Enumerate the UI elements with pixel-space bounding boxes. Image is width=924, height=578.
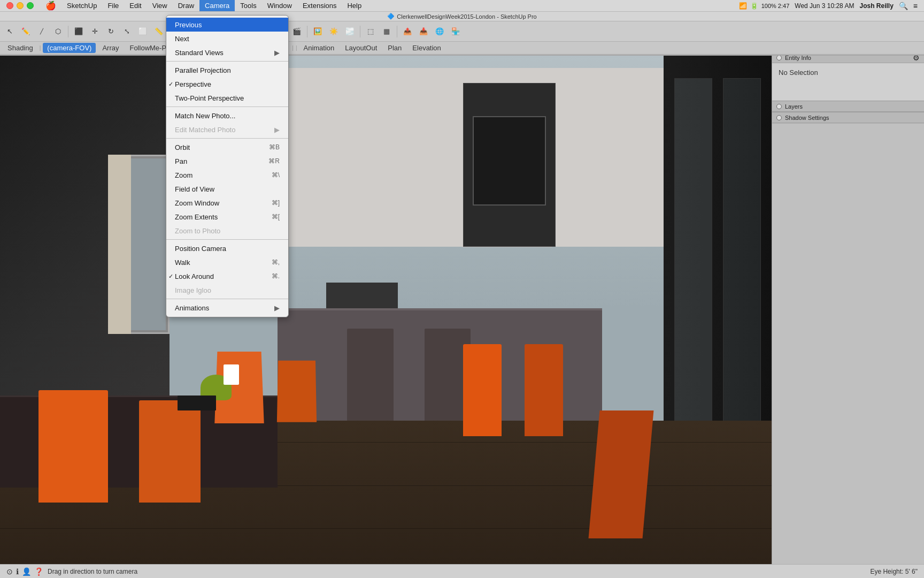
- section-plane-tool[interactable]: ⬚: [363, 24, 378, 39]
- tab-array[interactable]: Array: [98, 43, 123, 53]
- section-display-tool[interactable]: ▦: [379, 24, 394, 39]
- system-icons: 📶 🔋 100% 2:47: [739, 2, 790, 10]
- datetime-display: Wed Jun 3 10:28 AM: [795, 2, 854, 10]
- apple-menu[interactable]: 🍎: [40, 0, 61, 11]
- window-menu[interactable]: Window: [262, 0, 297, 11]
- scenes-tool[interactable]: 🎬: [289, 24, 304, 39]
- menu-item-walk[interactable]: Walk ⌘,: [166, 255, 288, 269]
- zoom-window-label: Zoom Window: [175, 199, 219, 207]
- menu-item-image-igloo[interactable]: Image Igloo: [166, 283, 288, 297]
- 3dw-tool[interactable]: 🌐: [432, 24, 447, 39]
- no-selection-text: No Selection: [779, 69, 918, 77]
- pan-label: Pan: [175, 157, 187, 165]
- scene-tabs: Shading | (camera-FOV) Array FollowMe-PB…: [0, 42, 924, 55]
- status-icon-2: ℹ: [16, 567, 19, 576]
- scale-tool[interactable]: ⤡: [119, 24, 134, 39]
- zoom-extents-shortcut: ⌘[: [272, 213, 280, 220]
- import-tool[interactable]: 📥: [416, 24, 431, 39]
- walk-shortcut: ⌘,: [272, 258, 280, 266]
- menu-item-zoom-window[interactable]: Zoom Window ⌘]: [166, 196, 288, 210]
- close-button[interactable]: [6, 2, 13, 9]
- menu-item-zoom-extents[interactable]: Zoom Extents ⌘[: [166, 210, 288, 224]
- minimize-button[interactable]: [17, 2, 24, 9]
- menu-item-position-camera[interactable]: Position Camera: [166, 241, 288, 255]
- standard-views-arrow: ▶: [274, 49, 280, 57]
- camera-menu[interactable]: Camera: [199, 0, 235, 11]
- menu-item-standard-views[interactable]: Standard Views ▶: [166, 45, 288, 59]
- tab-animation[interactable]: Animation: [299, 43, 339, 53]
- separator-1: [166, 61, 288, 62]
- menu-item-match-new-photo[interactable]: Match New Photo...: [166, 109, 288, 123]
- styles-tool[interactable]: 🖼️: [310, 24, 325, 39]
- shadows-tool[interactable]: ☀️: [326, 24, 341, 39]
- offset-tool[interactable]: ⬜: [135, 24, 150, 39]
- chair-orange-7: [589, 410, 654, 538]
- shadow-settings-title: Shadow Settings: [785, 115, 829, 121]
- menu-extra-icon[interactable]: ≡: [913, 2, 918, 10]
- content-area: Entity Info ⚙ No Selection Layers Shadow: [0, 52, 924, 564]
- eye-height: Eye Height: 5' 6": [870, 568, 918, 575]
- fog-tool[interactable]: 🌫️: [342, 24, 357, 39]
- orbit-label: Orbit: [175, 143, 190, 151]
- orange-chair-4: [277, 360, 317, 422]
- user-display: Josh Reilly: [859, 2, 893, 10]
- tab-elevation[interactable]: Elevation: [408, 43, 445, 53]
- maximize-button[interactable]: [27, 2, 34, 9]
- help-menu[interactable]: Help: [342, 0, 367, 11]
- move-tool[interactable]: ✛: [87, 24, 102, 39]
- menu-item-next[interactable]: Next: [166, 32, 288, 45]
- battery-icon: 🔋: [750, 2, 758, 10]
- draw-menu[interactable]: Draw: [173, 0, 199, 11]
- shadow-settings-indicator: [776, 115, 782, 120]
- viewport[interactable]: [0, 52, 772, 564]
- warehouse-tool[interactable]: 🏪: [448, 24, 463, 39]
- pencil-tool[interactable]: ✏️: [18, 24, 33, 39]
- menu-item-animations[interactable]: Animations ▶: [166, 301, 288, 315]
- tablet: [178, 396, 216, 411]
- extensions-menu[interactable]: Extensions: [297, 0, 342, 11]
- menu-item-previous[interactable]: Previous: [166, 18, 288, 32]
- search-icon[interactable]: 🔍: [899, 2, 908, 10]
- tab-shading[interactable]: Shading: [3, 43, 37, 53]
- orbit-shortcut: ⌘B: [269, 143, 280, 151]
- tab-camera-fov[interactable]: (camera-FOV): [43, 43, 96, 53]
- menu-item-pan[interactable]: Pan ⌘R: [166, 154, 288, 168]
- status-icon-3: 👤: [22, 567, 31, 576]
- menubar-right: 📶 🔋 100% 2:47 Wed Jun 3 10:28 AM Josh Re…: [739, 2, 924, 10]
- menu-item-perspective[interactable]: Perspective: [166, 77, 288, 91]
- match-new-photo-label: Match New Photo...: [175, 112, 235, 120]
- menu-item-zoom[interactable]: Zoom ⌘\: [166, 168, 288, 182]
- zoom-window-shortcut: ⌘]: [272, 199, 280, 207]
- tools-menu[interactable]: Tools: [235, 0, 261, 11]
- menu-item-orbit[interactable]: Orbit ⌘B: [166, 140, 288, 154]
- layers-header: Layers: [772, 101, 924, 112]
- select-tool[interactable]: ↖: [2, 24, 17, 39]
- file-menu[interactable]: File: [102, 0, 124, 11]
- tab-plan[interactable]: Plan: [383, 43, 406, 53]
- rotate-tool[interactable]: ↻: [103, 24, 118, 39]
- tape-tool[interactable]: 📏: [151, 24, 166, 39]
- line-tool[interactable]: ╱: [34, 24, 49, 39]
- previous-label: Previous: [175, 21, 202, 29]
- window-controls: [0, 2, 40, 9]
- menu-item-look-around[interactable]: Look Around ⌘.: [166, 269, 288, 283]
- shape-tool[interactable]: ⬡: [50, 24, 65, 39]
- layers-title: Layers: [785, 103, 803, 110]
- shadow-settings-panel: Shadow Settings: [772, 112, 924, 124]
- edit-menu[interactable]: Edit: [124, 0, 147, 11]
- menu-item-field-of-view[interactable]: Field of View: [166, 182, 288, 196]
- export-tool[interactable]: 📤: [400, 24, 415, 39]
- menu-item-two-point-perspective[interactable]: Two-Point Perspective: [166, 91, 288, 105]
- push-pull-tool[interactable]: ⬛: [71, 24, 86, 39]
- sketchup-menu[interactable]: SketchUp: [61, 0, 102, 11]
- menu-item-edit-matched-photo[interactable]: Edit Matched Photo ▶: [166, 123, 288, 136]
- view-menu[interactable]: View: [147, 0, 173, 11]
- chair-orange-1: [38, 390, 108, 503]
- menu-item-zoom-to-photo[interactable]: Zoom to Photo: [166, 224, 288, 238]
- zoom-extents-label: Zoom Extents: [175, 213, 218, 221]
- field-of-view-label: Field of View: [175, 185, 214, 193]
- status-icons: ⊙ ℹ 👤 ❓: [6, 567, 43, 576]
- window-title: ClerkenwellDesignWeek2015-London - Sketc…: [397, 13, 537, 20]
- tab-layoutout[interactable]: LayoutOut: [341, 43, 381, 53]
- menu-item-parallel-projection[interactable]: Parallel Projection: [166, 63, 288, 77]
